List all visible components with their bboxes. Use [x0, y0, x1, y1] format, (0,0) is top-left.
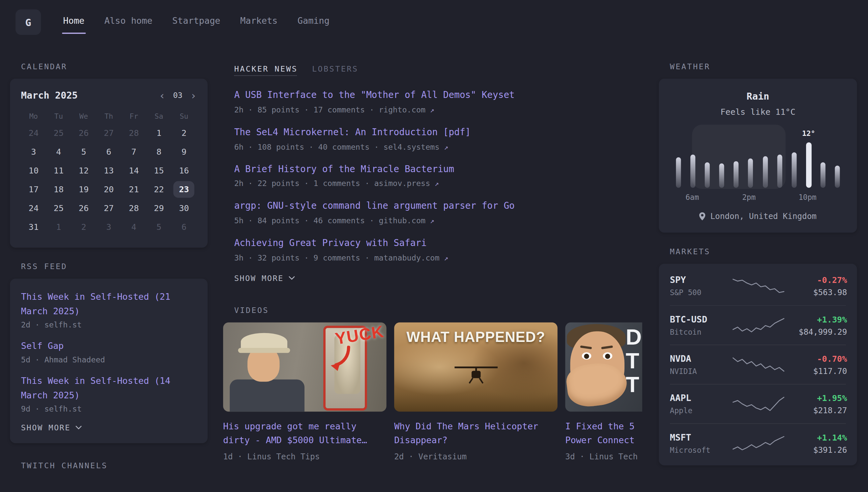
calendar-day: 3	[23, 144, 44, 160]
video-thumbnail[interactable]: WHAT HAPPENED?	[394, 322, 558, 411]
video-title[interactable]: I Fixed the 5 Power Connect	[565, 420, 642, 447]
video-title[interactable]: Why Did The Mars Helicopter Disappear?	[394, 420, 558, 447]
section-title-rss: RSS FEED	[10, 262, 208, 271]
external-link-icon: ↗	[435, 180, 439, 188]
weather-bar-column	[671, 129, 685, 188]
hn-story-title[interactable]: Achieving Great Privacy with Safari	[234, 237, 642, 250]
weather-location-label: London, United Kingdom	[710, 212, 817, 221]
calendar-day: 10	[23, 162, 44, 179]
rss-item-title[interactable]: Self Gap	[21, 339, 197, 353]
hn-show-more-button[interactable]: SHOW MORE	[223, 274, 642, 282]
market-symbol: MSFT	[670, 432, 732, 443]
calendar-nav: ‹ 03 ›	[159, 90, 197, 101]
next-month-button[interactable]: ›	[190, 90, 196, 101]
rss-item: This Week in Self-Hosted (14 March 2025)…	[21, 374, 197, 413]
market-price: $391.26	[785, 445, 847, 454]
tab-lobsters[interactable]: LOBSTERS	[312, 64, 358, 73]
market-symbol-block: BTC-USDBitcoin	[670, 314, 732, 336]
calendar-weekday: Sa	[155, 107, 163, 124]
market-price-block: +1.95%$218.27	[785, 393, 847, 415]
market-row-msft[interactable]: MSFTMicrosoft+1.14%$391.26	[670, 423, 846, 463]
hn-story-meta: 2h · 85 points · 17 comments · righto.co…	[234, 105, 642, 114]
market-row-spy[interactable]: SPYS&P 500-0.27%$563.98	[670, 267, 846, 305]
calendar-day: 26	[73, 125, 94, 141]
market-name: Apple	[670, 406, 732, 415]
market-sparkline	[732, 317, 785, 334]
calendar-day: 19	[73, 181, 94, 198]
calendar-day: 12	[73, 162, 94, 179]
weather-bar-column	[729, 129, 743, 188]
weather-bar	[705, 162, 710, 188]
top-nav-items: HomeAlso homeStartpageMarketsGaming	[62, 0, 331, 44]
market-price: $563.98	[785, 288, 847, 297]
nav-item-also-home[interactable]: Also home	[103, 9, 153, 34]
rss-item-title[interactable]: This Week in Self-Hosted (14 March 2025)	[21, 374, 197, 403]
rss-item-meta: 5d · Ahmad Shadeed	[21, 355, 197, 364]
center-column: HACKER NEWS LOBSTERS A USB Interface to …	[223, 53, 642, 477]
calendar-day: 4	[48, 144, 69, 160]
market-change: +1.95%	[785, 393, 847, 403]
rss-show-more-button[interactable]: SHOW MORE	[21, 423, 197, 432]
video-meta: 3d · Linus Tech Tips	[565, 452, 642, 461]
chevron-down-icon	[289, 276, 295, 280]
weather-hour-label	[699, 193, 713, 202]
calendar-day: 6	[173, 219, 194, 236]
calendar-day: 11	[48, 162, 69, 179]
hn-story-meta: 2h · 22 points · 1 comments · asimov.pre…	[234, 179, 642, 188]
left-column: CALENDAR March 2025 ‹ 03 › MoTuWeThFrSaS…	[10, 53, 208, 477]
market-row-nvda[interactable]: NVDANVIDIA-0.70%$117.70	[670, 345, 846, 384]
nav-item-gaming[interactable]: Gaming	[296, 9, 331, 34]
nav-item-markets[interactable]: Markets	[239, 9, 279, 34]
weather-bar-column	[685, 129, 700, 188]
calendar-widget: March 2025 ‹ 03 › MoTuWeThFrSaSu 2425262…	[10, 79, 208, 248]
hn-story-title[interactable]: The SeL4 Microkernel: An Introduction [p…	[234, 126, 642, 140]
external-link-icon: ↗	[430, 217, 434, 225]
calendar-day: 17	[23, 181, 44, 198]
hn-story-title[interactable]: argp: GNU-style command line argument pa…	[234, 199, 642, 213]
weather-bar	[690, 155, 695, 188]
thumbnail-overlay-text: DOTT	[626, 325, 642, 397]
calendar-day: 5	[73, 144, 94, 160]
calendar-day: 28	[123, 125, 144, 141]
hn-story-title[interactable]: A USB Interface to the "Mother of All De…	[234, 89, 642, 102]
market-symbol-block: NVDANVIDIA	[670, 353, 732, 376]
nav-item-startpage[interactable]: Startpage	[172, 9, 221, 34]
market-price: $84,999.29	[785, 327, 847, 336]
weather-feels-like: Feels like 11°C	[671, 107, 845, 117]
weather-bar-column	[714, 129, 729, 188]
market-row-btc-usd[interactable]: BTC-USDBitcoin+1.39%$84,999.29	[670, 305, 846, 345]
weather-hour-label	[817, 193, 831, 202]
market-symbol-block: AAPLApple	[670, 393, 732, 415]
market-price-block: -0.70%$117.70	[785, 354, 847, 376]
weather-condition: Rain	[671, 91, 845, 102]
calendar-day: 2	[73, 219, 94, 236]
hn-story: Achieving Great Privacy with Safari3h · …	[223, 237, 642, 262]
weather-bar-column	[831, 129, 845, 188]
hn-story-title[interactable]: A Brief History of the Miracle Bacterium	[234, 163, 642, 176]
calendar-day: 6	[98, 144, 119, 160]
prev-month-button[interactable]: ‹	[159, 90, 165, 101]
current-temp-label: 12°	[802, 129, 815, 137]
video-thumbnail[interactable]: YUCK	[223, 322, 387, 411]
weather-hour-labels: 6am2pm10pm	[671, 193, 845, 202]
rss-list: This Week in Self-Hosted (21 March 2025)…	[21, 290, 197, 413]
calendar-grid: 2425262728123456789101112131415161718192…	[21, 124, 197, 237]
calendar-day: 21	[123, 181, 144, 198]
weather-bar	[792, 152, 796, 188]
calendar-day: 26	[73, 200, 94, 216]
video-title[interactable]: His upgrade got me really dirty - AMD $5…	[223, 420, 387, 447]
hn-story: The SeL4 Microkernel: An Introduction [p…	[223, 126, 642, 151]
market-row-aapl[interactable]: AAPLApple+1.95%$218.27	[670, 384, 846, 423]
section-title-videos: VIDEOS	[223, 306, 642, 315]
app-logo[interactable]: G	[16, 9, 41, 35]
hn-story-meta: 5h · 84 points · 46 comments · github.co…	[234, 216, 642, 225]
nav-item-home[interactable]: Home	[62, 9, 85, 34]
weather-bar-column	[700, 129, 714, 188]
video-thumbnail[interactable]: DOTT	[565, 322, 642, 411]
tab-hacker-news[interactable]: HACKER NEWS	[234, 64, 298, 73]
weather-bar-column	[772, 129, 787, 188]
market-change: +1.14%	[785, 432, 847, 442]
calendar-weekdays: MoTuWeThFrSaSu	[21, 107, 197, 124]
rss-item-title[interactable]: This Week in Self-Hosted (21 March 2025)	[21, 290, 197, 319]
hn-show-more-label: SHOW MORE	[234, 274, 284, 282]
